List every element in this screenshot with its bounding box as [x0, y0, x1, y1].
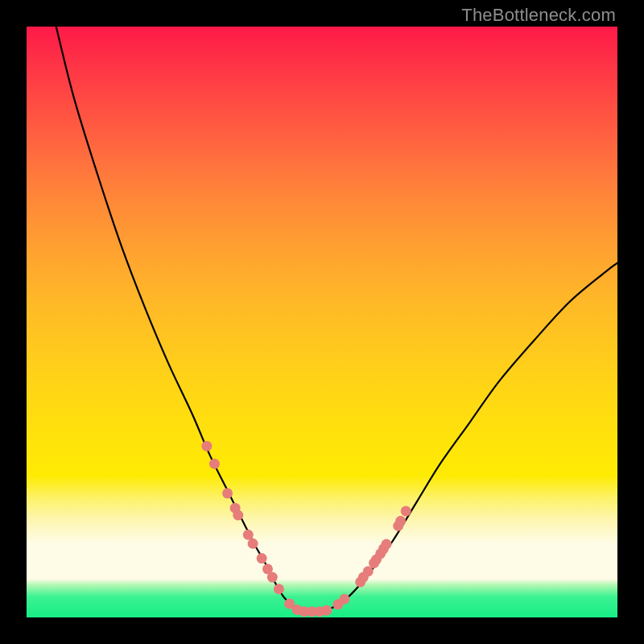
- marker-dot: [274, 584, 284, 594]
- marker-dot: [339, 594, 349, 605]
- marker-dot: [233, 510, 243, 521]
- plot-area: [27, 27, 617, 617]
- marker-dot: [209, 459, 220, 469]
- sample-markers: [201, 441, 411, 617]
- marker-dot: [382, 539, 392, 549]
- bottleneck-curve: [56, 27, 617, 613]
- marker-dot: [201, 441, 212, 452]
- watermark-text: TheBottleneck.com: [461, 5, 616, 26]
- marker-dot: [267, 572, 278, 583]
- marker-dot: [248, 539, 258, 549]
- marker-dot: [222, 488, 233, 498]
- marker-dot: [401, 506, 411, 516]
- marker-dot: [243, 530, 254, 540]
- marker-dot: [321, 605, 332, 616]
- marker-dot: [395, 516, 406, 526]
- chart-frame: TheBottleneck.com: [0, 0, 644, 644]
- chart-svg: [27, 27, 617, 617]
- marker-dot: [257, 553, 267, 564]
